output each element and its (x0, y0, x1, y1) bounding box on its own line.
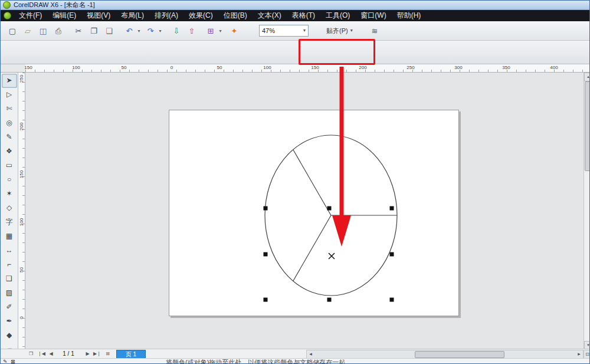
chevron-down-icon: ▾ (303, 26, 306, 35)
first-page-button[interactable]: ❘◀ (37, 350, 46, 358)
document-navigator: ❒ ❘◀ ◀ 1 / 1 ▶ ▶❘ ⊞ 页 1 ◀ ▶ ⊡ (1, 349, 590, 358)
last-page-button[interactable]: ▶❘ (93, 350, 101, 358)
h-ruler-label: 150 (311, 65, 319, 70)
snap-to-button[interactable]: 贴齐(P) ▾ (323, 25, 356, 37)
transparency-tool[interactable]: ▨ (2, 286, 17, 300)
v-ruler-label: 50 (19, 265, 24, 275)
coreldraw-window: CorelDRAW X6 - [未命名 -1] 文件(F)编辑(E)视图(V)布… (0, 0, 590, 364)
undo-icon[interactable]: ↶ (122, 24, 136, 38)
menu-item-help[interactable]: 帮助(H) (392, 10, 427, 21)
h-ruler-label: 50 (217, 65, 222, 70)
menu-item-bitmaps[interactable]: 位图(B) (218, 10, 253, 21)
h-ruler-label: 0 (171, 65, 173, 70)
menu-item-text[interactable]: 文本(X) (253, 10, 287, 21)
menu-item-edit[interactable]: 编辑(E) (47, 10, 81, 21)
app-icon (3, 1, 11, 9)
standard-toolbar: 47% ▾ 贴齐(P) ▾ ▢▱◫⎙✂❐❏↶▾↷▾⇩⇧⊞▾✦≋ (1, 21, 590, 41)
redo-caret-icon[interactable]: ▾ (156, 24, 164, 38)
toolbox: ➤▷✄◎✎❖▭○✶◇字▦↔⌐❑▨✐✒◆▰ (1, 73, 18, 349)
export-icon[interactable]: ⇧ (185, 24, 199, 38)
status-bar: ✎ ⊠ 将颜色(或对象)拖动至此处，以便将这些颜色与文档储存在一起 (1, 358, 590, 364)
vertical-ruler[interactable]: 250200150100500 (18, 73, 25, 349)
ruler-corner (1, 64, 25, 73)
drop-shadow-tool[interactable]: ❑ (2, 272, 17, 286)
menu-item-file[interactable]: 文件(F) (14, 10, 47, 21)
next-page-button[interactable]: ▶ (83, 350, 92, 358)
drawing-canvas[interactable] (25, 73, 584, 349)
v-ruler-label: 250 (19, 74, 24, 84)
options-icon[interactable]: ≋ (368, 24, 382, 38)
redo-icon[interactable]: ↷ (143, 24, 158, 38)
open-icon[interactable]: ▱ (21, 24, 35, 38)
v-ruler-label: 200 (19, 122, 24, 132)
vertical-scrollbar[interactable]: ▲ ▼ (584, 73, 590, 349)
document-page[interactable] (169, 110, 459, 316)
menu-item-arrange[interactable]: 排列(A) (149, 10, 183, 21)
chevron-down-icon: ▾ (350, 25, 353, 37)
add-page-button[interactable]: ⊞ (103, 350, 112, 358)
h-ruler-label: 250 (407, 65, 414, 70)
horizontal-ruler[interactable]: 毫米 15010050050100150200250300350400 (25, 64, 590, 73)
fill-tool[interactable]: ◆ (2, 329, 17, 343)
welcome-screen-icon[interactable]: ✦ (227, 24, 241, 38)
paste-icon[interactable]: ❏ (102, 24, 116, 38)
title-bar: CorelDRAW X6 - [未命名 -1] (1, 1, 590, 10)
zoom-level-combo[interactable]: 47% ▾ (259, 25, 309, 37)
menu-item-layout[interactable]: 布局(L) (116, 10, 149, 21)
freehand-tool[interactable]: ✎ (2, 130, 17, 145)
h-ruler-label: 300 (454, 65, 462, 70)
h-ruler-label: 50 (122, 65, 127, 70)
connector-tool[interactable]: ⌐ (2, 258, 17, 272)
app-menu-button[interactable] (1, 12, 14, 19)
previous-page-button[interactable]: ◀ (47, 350, 55, 358)
menu-bar: 文件(F)编辑(E)视图(V)布局(L)排列(A)效果(C)位图(B)文本(X)… (1, 10, 590, 21)
menu-item-window[interactable]: 窗口(W) (355, 10, 391, 21)
app-launcher-icon[interactable]: ⊞ (204, 24, 218, 38)
scroll-right-button[interactable]: ▶ (575, 350, 583, 358)
text-tool[interactable]: 字 (2, 215, 17, 229)
palette-hint-text: 将颜色(或对象)拖动至此处，以便将这些颜色与文档储存在一起 (166, 359, 345, 364)
crop-tool[interactable]: ✄ (2, 102, 17, 116)
property-bar: x: 167.775 mm y: 60.979 mm ↔ 129.179 mm … (1, 41, 590, 64)
table-tool[interactable]: ▦ (2, 229, 17, 244)
zoom-tool[interactable]: ◎ (2, 116, 17, 130)
page-flip-button[interactable]: ❒ (27, 350, 35, 358)
app-icon (4, 12, 11, 19)
import-icon[interactable]: ⇩ (169, 24, 183, 38)
smart-fill-tool[interactable]: ❖ (2, 145, 17, 159)
v-ruler-label: 100 (19, 218, 24, 227)
zoom-level-value: 47% (262, 26, 275, 35)
h-ruler-label: 100 (72, 65, 80, 70)
print-icon[interactable]: ⎙ (51, 24, 65, 38)
polygon-tool[interactable]: ✶ (2, 187, 17, 201)
h-ruler-label: 350 (502, 65, 510, 70)
copy-icon[interactable]: ❐ (87, 24, 101, 38)
menu-item-view[interactable]: 视图(V) (81, 10, 116, 21)
app-launcher-caret-icon[interactable]: ▾ (217, 24, 224, 38)
undo-caret-icon[interactable]: ▾ (135, 24, 143, 38)
new-icon[interactable]: ▢ (5, 24, 19, 38)
dimension-tool[interactable]: ↔ (2, 244, 17, 258)
outline-status-icon: ✎ (3, 359, 8, 364)
h-ruler-label: 200 (359, 65, 366, 70)
basic-shapes-tool[interactable]: ◇ (2, 201, 17, 215)
h-ruler-label: 100 (263, 65, 271, 70)
scroll-up-button[interactable]: ▲ (584, 73, 590, 81)
menu-item-table[interactable]: 表格(T) (287, 10, 320, 21)
eyedropper-tool[interactable]: ✐ (2, 300, 17, 314)
save-icon[interactable]: ◫ (36, 24, 50, 38)
vertical-scroll-thumb[interactable] (585, 81, 590, 171)
pick-tool[interactable]: ➤ (2, 74, 17, 88)
outline-pen-tool[interactable]: ✒ (2, 314, 17, 329)
rectangle-tool[interactable]: ▭ (2, 159, 17, 173)
ellipse-tool[interactable]: ○ (2, 173, 17, 187)
h-ruler-label: 150 (24, 65, 32, 70)
menu-item-effects[interactable]: 效果(C) (183, 10, 218, 21)
snap-to-label: 贴齐(P) (326, 25, 348, 37)
scroll-left-button[interactable]: ◀ (307, 350, 314, 358)
shape-tool[interactable]: ▷ (2, 88, 17, 102)
cut-icon[interactable]: ✂ (71, 24, 86, 38)
horizontal-scroll-thumb[interactable] (415, 351, 504, 358)
page-indicator: 1 / 1 (56, 350, 81, 358)
menu-item-tools[interactable]: 工具(O) (320, 10, 355, 21)
